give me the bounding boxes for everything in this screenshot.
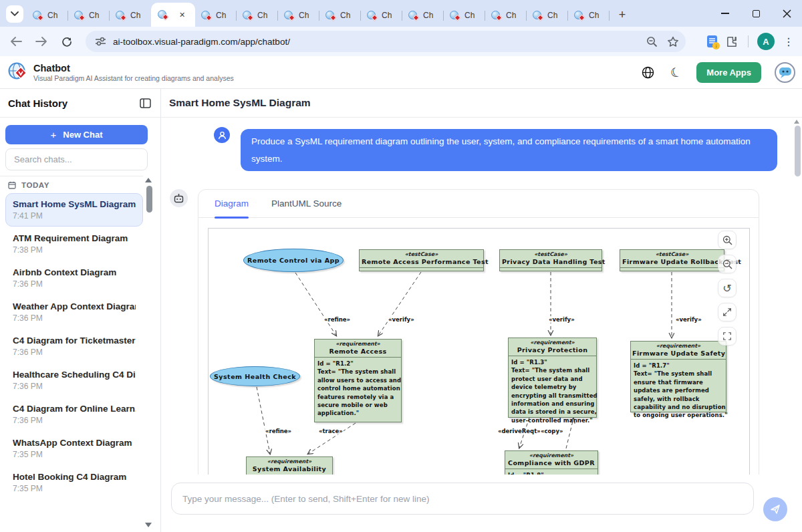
edge-label-trace: «trace» xyxy=(318,428,344,434)
url-text[interactable]: ai-toolbox.visual-paradigm.com/app/chatb… xyxy=(113,37,646,47)
testcase-remote-access-performance[interactable]: «testCase» Remote Access Performance Tes… xyxy=(359,249,484,271)
chat-region: Produce a SysML requirement diagram outl… xyxy=(161,118,802,532)
browser-tab[interactable]: Ch xyxy=(195,4,237,27)
browser-tab[interactable]: Ch xyxy=(68,4,110,27)
send-button[interactable] xyxy=(763,497,787,521)
close-button[interactable] xyxy=(771,0,802,27)
browser-tab[interactable]: Ch xyxy=(278,4,319,27)
chat-history-item[interactable]: Healthcare Scheduling C4 Di...7:36 PM xyxy=(5,364,143,397)
requirement-remote-access[interactable]: «requirement»Remote Access Id = "R1.2" T… xyxy=(314,339,402,422)
zoom-indicator-icon[interactable] xyxy=(646,36,658,47)
visual-paradigm-favicon xyxy=(74,10,85,21)
edge-label-verify-3: «verify» xyxy=(675,316,702,323)
browser-menu-button[interactable]: ⋮ xyxy=(783,35,794,48)
site-settings-icon xyxy=(95,37,106,46)
reload-button[interactable] xyxy=(57,32,76,51)
requirement-privacy-protection[interactable]: «requirement»Privacy Protection Id = "R1… xyxy=(508,338,597,418)
zoom-out-icon xyxy=(722,259,732,269)
maximize-button[interactable] xyxy=(741,0,771,27)
chat-history-item[interactable]: Hotel Booking C4 Diagram7:35 PM xyxy=(5,466,143,499)
testcase-privacy-data-handling[interactable]: «testCase» Privacy Data Handling Test xyxy=(499,249,602,271)
sidebar: Chat History + New Chat TODAY Smart Home… xyxy=(0,89,161,532)
language-globe-button[interactable] xyxy=(640,65,655,80)
visual-paradigm-favicon xyxy=(243,10,253,21)
calendar-icon xyxy=(8,181,16,189)
address-bar[interactable]: ai-toolbox.visual-paradigm.com/app/chatb… xyxy=(86,31,686,52)
profile-avatar[interactable]: A xyxy=(757,33,775,50)
visual-paradigm-favicon xyxy=(284,10,295,21)
browser-tab[interactable]: Ch xyxy=(402,4,444,27)
chat-scroll-up-arrow[interactable] xyxy=(794,120,799,124)
expand-icon xyxy=(722,307,732,317)
browser-tab[interactable]: Ch xyxy=(361,4,402,27)
chat-history-item[interactable]: C4 Diagram for Online Learn...7:36 PM xyxy=(5,398,143,431)
actor-remote-control[interactable]: Remote Control via App xyxy=(243,249,344,272)
tab-search-button[interactable] xyxy=(6,5,23,23)
browser-tab[interactable]: Ch xyxy=(568,4,610,27)
sidebar-title: Chat History xyxy=(8,98,68,109)
fullscreen-button[interactable] xyxy=(718,327,737,346)
browser-tab[interactable]: Ch xyxy=(485,4,527,27)
minimize-button[interactable] xyxy=(710,0,741,27)
browser-tab[interactable]: Ch xyxy=(527,4,568,27)
chat-scrollbar-thumb[interactable] xyxy=(795,126,801,176)
chat-history-item[interactable]: C4 Diagram for Ticketmaster7:36 PM xyxy=(5,329,143,363)
new-chat-button[interactable]: + New Chat xyxy=(5,125,148,144)
page-title: Smart Home SysML Diagram xyxy=(169,97,311,109)
toolbar-divider xyxy=(748,35,749,47)
new-tab-button[interactable]: + xyxy=(614,6,631,23)
testcase-firmware-update-rollback[interactable]: «testCase» Firmware Update Rollback Test xyxy=(620,249,724,271)
search-chats-input[interactable] xyxy=(5,148,148,170)
browser-tab-active[interactable]: ✕ xyxy=(151,3,195,27)
globe-icon xyxy=(642,66,654,79)
extension-doc-icon[interactable]: ↓ xyxy=(707,35,717,47)
dark-mode-button[interactable]: ☾ xyxy=(668,65,683,80)
maximize-icon xyxy=(753,10,760,17)
reset-view-button[interactable]: ↺ xyxy=(718,279,737,297)
visual-paradigm-logo xyxy=(8,62,28,82)
browser-tab[interactable]: Ch xyxy=(444,4,485,27)
zoom-in-button[interactable] xyxy=(718,231,737,249)
actor-system-health-check[interactable]: System Health Check xyxy=(210,366,300,386)
collapse-panel-icon[interactable] xyxy=(140,98,151,108)
browser-toolbar: ai-toolbox.visual-paradigm.com/app/chatb… xyxy=(0,27,802,56)
minimize-icon xyxy=(721,13,729,14)
browser-tab[interactable]: Ch xyxy=(237,4,278,27)
requirement-firmware-update-safety[interactable]: «requirement»Firmware Update Safety Id =… xyxy=(630,341,726,412)
extensions-puzzle-icon[interactable] xyxy=(726,35,739,48)
chat-history-item[interactable]: Smart Home SysML Diagram7:41 PM xyxy=(5,193,143,227)
sidebar-scroll-up-arrow[interactable] xyxy=(145,178,152,182)
visual-paradigm-favicon xyxy=(533,10,543,21)
browser-tab[interactable]: Ch xyxy=(319,4,361,27)
zoom-out-button[interactable] xyxy=(718,255,737,273)
chat-history-item[interactable]: Weather App Context Diagram7:36 PM xyxy=(5,295,143,329)
message-input[interactable] xyxy=(171,483,754,515)
browser-tab[interactable]: Ch xyxy=(110,4,151,27)
chat-history-list: Smart Home SysML Diagram7:41 PMATM Requi… xyxy=(5,193,143,500)
forward-button[interactable] xyxy=(32,32,51,51)
bookmark-star-icon[interactable] xyxy=(667,36,679,47)
sidebar-scrollbar-thumb[interactable] xyxy=(146,186,152,213)
zoom-in-icon xyxy=(722,235,732,245)
send-plane-icon xyxy=(770,504,781,515)
browser-window: ChChCh✕ChChChChChChChChChCh + ai-toolbox… xyxy=(0,0,802,532)
tab-close-icon[interactable]: ✕ xyxy=(179,11,185,19)
chat-history-item[interactable]: WhatsApp Context Diagram7:35 PM xyxy=(5,432,143,465)
back-button[interactable] xyxy=(7,32,25,51)
visual-paradigm-favicon xyxy=(116,10,126,21)
tab-diagram[interactable]: Diagram xyxy=(215,190,249,218)
tab-plantuml-source[interactable]: PlantUML Source xyxy=(271,190,342,218)
assistant-avatar-button[interactable] xyxy=(775,62,795,83)
back-icon xyxy=(10,37,22,46)
response-tabs: Diagram PlantUML Source xyxy=(198,190,759,218)
chat-history-item[interactable]: Airbnb Context Diagram7:36 PM xyxy=(5,261,143,295)
browser-tab[interactable]: Ch xyxy=(27,4,68,27)
expand-button[interactable] xyxy=(718,303,737,321)
more-apps-button[interactable]: More Apps xyxy=(696,62,761,83)
visual-paradigm-favicon xyxy=(491,10,502,21)
reload-icon xyxy=(61,36,72,47)
app-title: Chatbot xyxy=(33,63,234,74)
chat-history-item[interactable]: ATM Requirement Diagram7:38 PM xyxy=(5,227,143,261)
sidebar-divider xyxy=(0,176,143,176)
sidebar-scroll-down-arrow[interactable] xyxy=(145,523,152,527)
